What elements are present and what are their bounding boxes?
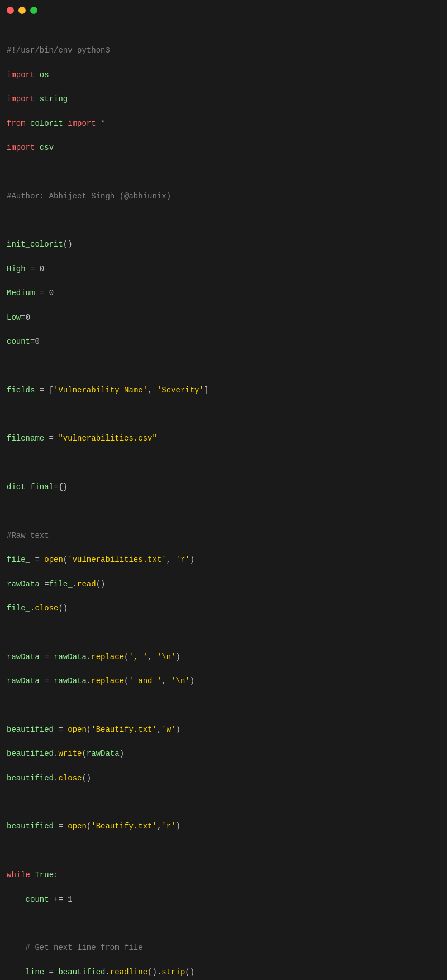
code-line: beautified = open('Beautify.txt','w') — [7, 724, 440, 736]
code-line: Low=0 — [7, 312, 440, 324]
code-line: dict_final={} — [7, 481, 440, 494]
code-line: file_.close() — [7, 603, 440, 615]
code-line: # Get next line from file — [7, 942, 440, 954]
close-button[interactable] — [7, 7, 14, 14]
empty-line — [7, 627, 440, 639]
code-line: beautified.close() — [7, 773, 440, 785]
code-line: import os — [7, 69, 440, 82]
code-line: count += 1 — [7, 894, 440, 906]
code-line: line = beautified.readline().strip() — [7, 967, 440, 979]
empty-line — [7, 797, 440, 809]
empty-line — [7, 506, 440, 518]
empty-line — [7, 845, 440, 858]
empty-line — [7, 360, 440, 372]
code-line: #!/usr/bin/env python3 — [7, 45, 440, 57]
titlebar — [0, 0, 447, 18]
code-line: from colorit import * — [7, 118, 440, 130]
code-line: filename = "vulnerabilities.csv" — [7, 433, 440, 445]
empty-line — [7, 700, 440, 712]
window: #!/usr/bin/env python3 import os import … — [0, 0, 447, 980]
code-line: count=0 — [7, 336, 440, 348]
empty-line — [7, 409, 440, 421]
code-line: file_ = open('vulnerabilities.txt', 'r') — [7, 554, 440, 566]
code-line: fields = ['Vulnerability Name', 'Severit… — [7, 385, 440, 397]
empty-line — [7, 166, 440, 178]
code-line: while True: — [7, 869, 440, 882]
code-line: rawData =file_.read() — [7, 579, 440, 591]
code-line: rawData = rawData.replace(', ', '\n') — [7, 651, 440, 664]
maximize-button[interactable] — [30, 7, 37, 14]
code-line: beautified = open('Beautify.txt','r') — [7, 821, 440, 833]
code-line: #Raw text — [7, 530, 440, 542]
code-line: High = 0 — [7, 263, 440, 276]
code-line: init_colorit() — [7, 239, 440, 251]
code-line: import string — [7, 93, 440, 106]
empty-line — [7, 215, 440, 227]
code-line: Medium = 0 — [7, 287, 440, 300]
empty-line — [7, 918, 440, 930]
minimize-button[interactable] — [18, 7, 26, 14]
empty-line — [7, 457, 440, 470]
code-editor: #!/usr/bin/env python3 import os import … — [0, 18, 447, 980]
code-line: beautified.write(rawData) — [7, 748, 440, 760]
code-line: import csv — [7, 142, 440, 154]
code-line: rawData = rawData.replace(' and ', '\n') — [7, 675, 440, 688]
code-line: #Author: Abhijeet Singh (@abhiunix) — [7, 191, 440, 203]
